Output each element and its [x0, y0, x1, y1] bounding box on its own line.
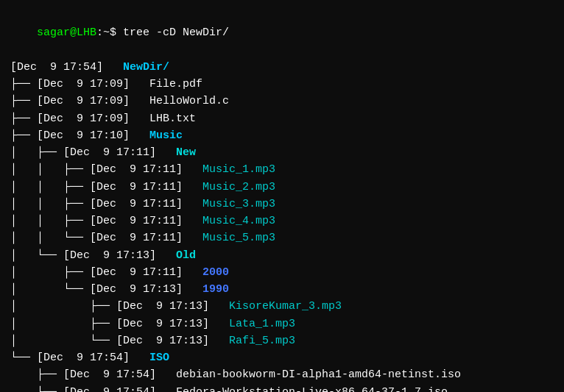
tree-line: └── [Dec 9 17:54] ISO — [10, 349, 554, 366]
timestamp: │ │ ├── [Dec 9 17:11] — [10, 198, 202, 210]
entry-name: Fedora-Workstation-Live-x86_64-37-1.7.is… — [176, 386, 448, 393]
timestamp: ├── [Dec 9 17:54] — [10, 386, 176, 393]
timestamp: ├── [Dec 9 17:10] — [10, 129, 149, 142]
entry-name: Music_5.mp3 — [202, 232, 275, 244]
tree-line: │ └── [Dec 9 17:13] Rafi_5.mp3 — [10, 332, 554, 349]
entry-name: 2000 — [202, 266, 229, 279]
tree-line: │ │ ├── [Dec 9 17:11] Music_3.mp3 — [10, 196, 554, 213]
timestamp: │ │ ├── [Dec 9 17:11] — [10, 181, 202, 193]
tree-line: ├── [Dec 9 17:09] File.pdf — [10, 76, 554, 93]
timestamp: ├── [Dec 9 17:09] — [10, 78, 149, 90]
tree-line: ├── [Dec 9 17:54] debian-bookworm-DI-alp… — [10, 366, 554, 383]
entry-name: NewDir/ — [123, 61, 169, 74]
tree-line: ├── [Dec 9 17:09] LHB.txt — [10, 110, 554, 127]
timestamp: ├── [Dec 9 17:09] — [10, 95, 149, 107]
timestamp: │ │ ├── [Dec 9 17:11] — [10, 163, 202, 176]
tree-line: [Dec 9 17:54] NewDir/ — [10, 59, 554, 76]
prompt-separator: :~$ — [96, 26, 123, 39]
timestamp: ├── [Dec 9 17:54] — [10, 368, 176, 381]
tree-line: ├── [Dec 9 17:10] Music — [10, 127, 554, 144]
timestamp: │ ├── [Dec 9 17:13] — [10, 318, 229, 330]
tree-output: [Dec 9 17:54] NewDir/├── [Dec 9 17:09] F… — [10, 59, 554, 392]
tree-line: │ └── [Dec 9 17:13] Old — [10, 247, 554, 264]
entry-name: Music — [149, 129, 183, 142]
tree-line: │ ├── [Dec 9 17:13] Lata_1.mp3 — [10, 316, 554, 332]
tree-line: ├── [Dec 9 17:09] HelloWorld.c — [10, 93, 554, 110]
entry-name: Rafi_5.mp3 — [229, 335, 295, 347]
tree-line: │ │ ├── [Dec 9 17:11] Music_2.mp3 — [10, 179, 554, 196]
tree-line: ├── [Dec 9 17:54] Fedora-Workstation-Liv… — [10, 384, 554, 393]
entry-name: debian-bookworm-DI-alpha1-amd64-netinst.… — [176, 368, 461, 381]
timestamp: │ ├── [Dec 9 17:13] — [10, 300, 229, 313]
entry-name: Music_3.mp3 — [202, 198, 275, 210]
entry-name: HelloWorld.c — [149, 95, 229, 107]
prompt-line: sagar@LHB:~$ tree -cD NewDir/ — [10, 7, 554, 59]
entry-name: Music_4.mp3 — [202, 215, 275, 227]
tree-line: │ │ └── [Dec 9 17:11] Music_5.mp3 — [10, 229, 554, 246]
tree-line: │ ├── [Dec 9 17:11] New — [10, 144, 554, 161]
tree-line: │ │ ├── [Dec 9 17:11] Music_1.mp3 — [10, 161, 554, 178]
terminal-window: sagar@LHB:~$ tree -cD NewDir/ — [10, 7, 554, 59]
entry-name: Music_1.mp3 — [202, 163, 275, 176]
entry-name: ISO — [149, 352, 169, 364]
tree-line: │ ├── [Dec 9 17:13] KisoreKumar_3.mp3 — [10, 298, 554, 315]
entry-name: Old — [176, 249, 196, 262]
timestamp: │ └── [Dec 9 17:13] — [10, 335, 229, 347]
timestamp: │ ├── [Dec 9 17:11] — [10, 146, 176, 159]
tree-line: │ └── [Dec 9 17:13] 1990 — [10, 281, 554, 298]
entry-name: KisoreKumar_3.mp3 — [229, 300, 342, 313]
entry-name: LHB.txt — [149, 113, 196, 125]
entry-name: 1990 — [202, 283, 229, 296]
timestamp: │ │ └── [Dec 9 17:11] — [10, 232, 202, 244]
timestamp: │ └── [Dec 9 17:13] — [10, 283, 202, 296]
timestamp: │ ├── [Dec 9 17:11] — [10, 266, 202, 279]
timestamp: │ │ ├── [Dec 9 17:11] — [10, 215, 202, 227]
timestamp: └── [Dec 9 17:54] — [10, 352, 149, 364]
entry-name: Music_2.mp3 — [202, 181, 275, 193]
timestamp: │ └── [Dec 9 17:13] — [10, 249, 176, 262]
prompt-user: sagar@LHB — [37, 26, 96, 39]
prompt-command: tree -cD NewDir/ — [123, 26, 229, 39]
entry-name: New — [176, 146, 196, 159]
tree-line: │ ├── [Dec 9 17:11] 2000 — [10, 264, 554, 281]
entry-name: Lata_1.mp3 — [229, 318, 295, 330]
tree-line: │ │ ├── [Dec 9 17:11] Music_4.mp3 — [10, 213, 554, 229]
entry-name: File.pdf — [149, 78, 202, 90]
timestamp: ├── [Dec 9 17:09] — [10, 113, 149, 125]
timestamp: [Dec 9 17:54] — [10, 61, 123, 74]
